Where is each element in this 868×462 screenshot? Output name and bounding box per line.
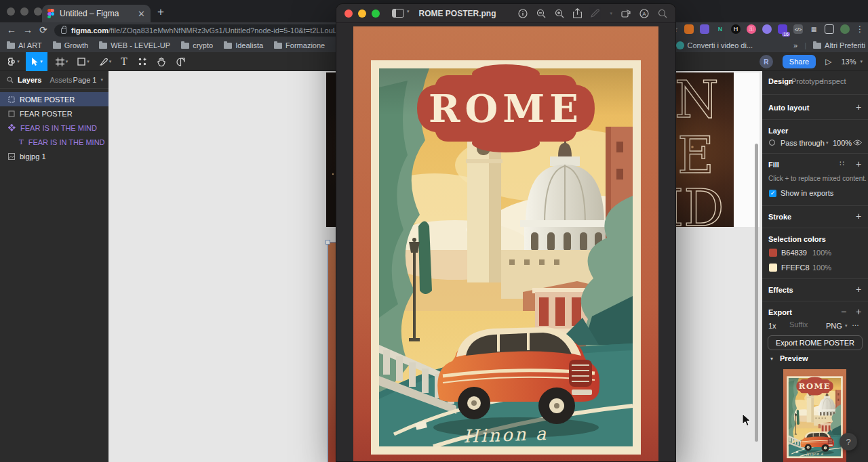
back-icon[interactable]: ← [7, 24, 16, 35]
tab-close-icon[interactable]: ✕ [138, 9, 145, 18]
shape-tool[interactable]: ▾ [75, 52, 92, 71]
code-extension-icon[interactable]: </> [793, 24, 803, 34]
zoom-window-button[interactable] [372, 9, 380, 18]
zoom-in-icon[interactable] [555, 9, 564, 18]
frame-tool[interactable]: ▾ [53, 52, 71, 71]
present-icon[interactable]: ▷ [825, 57, 831, 66]
rotate-icon[interactable] [621, 9, 631, 18]
export-rome-poster-button[interactable]: Export ROME POSTER [768, 335, 863, 350]
zoom-window-button[interactable] [34, 7, 42, 16]
layer-row-rome-poster[interactable]: ROME POSTER [0, 92, 108, 106]
close-window-button[interactable] [7, 7, 15, 16]
add-export-button[interactable]: + [856, 307, 861, 316]
share-icon[interactable] [573, 8, 582, 18]
preview-window-titlebar[interactable]: ▾ ROME POSTER.png ▾ A [336, 4, 675, 23]
layer-row-fear-poster[interactable]: FEAR POSTER [0, 106, 108, 121]
canvas-scrollbar[interactable] [755, 144, 758, 442]
user-avatar[interactable]: R [760, 55, 773, 68]
browser-window-controls[interactable] [7, 7, 42, 16]
bookmark-converti-video[interactable]: Converti i video di... [676, 41, 753, 49]
profile-avatar[interactable] [840, 24, 850, 34]
layer-row-fear-component[interactable]: FEAR IS IN THE MIND [0, 121, 108, 135]
remove-export-button[interactable]: − [841, 307, 846, 316]
zoom-out-icon[interactable] [536, 9, 546, 18]
color-opacity[interactable]: 100% [812, 264, 831, 272]
text-tool[interactable]: T [117, 52, 132, 71]
add-auto-layout-button[interactable]: + [856, 102, 861, 112]
export-scale[interactable]: 1x [768, 322, 776, 330]
chevron-down-icon[interactable]: ▾ [100, 77, 103, 83]
share-button[interactable]: Share [783, 55, 816, 68]
notion-style-extension-icon[interactable]: N [715, 24, 725, 34]
layer-row-bigjpg[interactable]: bigjpg 1 [0, 149, 108, 163]
figma-main-menu[interactable]: ▾ [4, 52, 23, 71]
move-tool[interactable]: ▾ [26, 52, 47, 71]
chevron-down-icon[interactable]: ▾ [610, 11, 612, 16]
layer-row-fear-text[interactable]: T FEAR IS IN THE MIND [0, 135, 108, 149]
bookmark-folder-ai-art[interactable]: AI ART [7, 41, 42, 49]
preview-window[interactable]: ▾ ROME POSTER.png ▾ A [336, 3, 676, 462]
color-hex-value[interactable]: FFEFC8 [781, 264, 810, 272]
preview-disclosure-icon[interactable]: ▾ [770, 356, 773, 362]
minimize-window-button[interactable] [20, 7, 28, 16]
markup-pencil-icon[interactable] [591, 9, 599, 18]
bookmark-folder-formazione[interactable]: Formazione [274, 41, 325, 49]
tab-layers[interactable]: Layers [18, 76, 41, 84]
puzzle-extensions-icon[interactable]: ▦ [809, 24, 818, 34]
forward-icon[interactable]: → [23, 24, 33, 35]
purple-extension-icon[interactable] [700, 24, 709, 34]
window-icon[interactable] [825, 24, 834, 34]
sidebar-toggle-icon[interactable]: ▾ [392, 9, 410, 18]
export-format-dropdown[interactable]: PNG [826, 322, 842, 330]
show-in-exports-checkbox[interactable]: ✓ [769, 190, 776, 197]
visibility-eye-icon[interactable] [853, 140, 862, 146]
resources-tool[interactable] [134, 52, 151, 71]
chevron-down-icon[interactable]: ▾ [826, 140, 829, 146]
reload-icon[interactable]: ⟳ [39, 24, 47, 35]
info-icon[interactable] [518, 9, 528, 18]
search-icon[interactable] [7, 77, 14, 83]
browser-menu-icon[interactable]: ⋮ [856, 24, 864, 34]
tab-assets[interactable]: Assets [50, 76, 72, 84]
bookmark-folder-altri-preferiti[interactable]: Altri Preferiti [813, 41, 865, 49]
color-opacity[interactable]: 100% [812, 249, 831, 257]
comment-tool[interactable] [172, 52, 189, 71]
add-fill-button[interactable]: + [856, 159, 861, 169]
blend-mode-icon[interactable] [769, 140, 775, 146]
badged-extension-icon[interactable]: 16 [778, 24, 787, 34]
browser-tab[interactable]: Untitled – Figma ✕ [42, 5, 151, 22]
hand-tool[interactable] [153, 52, 170, 71]
selection-handle[interactable] [326, 240, 330, 245]
bookmarks-overflow-icon[interactable]: » [793, 41, 797, 49]
page-selector[interactable]: Page 1 [73, 76, 97, 84]
color-hex-value[interactable]: B64839 [781, 249, 807, 257]
tab-prototype[interactable]: Prototype [791, 77, 823, 85]
zoom-level-dropdown[interactable]: 13%▾ [841, 58, 863, 66]
color-swatch[interactable] [769, 249, 777, 257]
add-stroke-button[interactable]: + [856, 211, 861, 221]
close-window-button[interactable] [344, 9, 353, 18]
new-tab-button[interactable]: + [157, 6, 164, 18]
export-options-icon[interactable]: … [852, 319, 859, 327]
pen-tool[interactable]: ▾ [96, 52, 114, 71]
fill-styles-icon[interactable]: ∷ [840, 159, 845, 168]
bookmark-folder-web-level-up[interactable]: WEB - LEVEL-UP [99, 41, 170, 49]
search-icon[interactable] [658, 9, 667, 18]
minimize-window-button[interactable] [358, 9, 366, 18]
metamask-extension-icon[interactable] [684, 24, 694, 34]
annotate-icon[interactable]: A [639, 9, 649, 18]
cloud-extension-icon[interactable] [762, 24, 772, 34]
color-swatch[interactable] [769, 264, 777, 272]
chevron-down-icon[interactable]: ▾ [845, 323, 848, 329]
h-extension-icon[interactable]: H [731, 24, 741, 34]
bookmark-idealista[interactable]: Idealista [224, 41, 263, 49]
key-extension-icon[interactable]: ⚿ [747, 24, 756, 34]
bookmark-folder-growth[interactable]: Growth [53, 41, 88, 49]
add-effect-button[interactable]: + [856, 285, 861, 294]
tab-design[interactable]: Design [768, 77, 793, 85]
blend-mode-dropdown[interactable]: Pass through [781, 139, 825, 147]
bookmark-folder-crypto[interactable]: crypto [181, 41, 213, 49]
layer-opacity-value[interactable]: 100% [833, 139, 852, 147]
tab-inspect[interactable]: Inspect [822, 77, 846, 85]
help-button[interactable]: ? [840, 433, 857, 450]
